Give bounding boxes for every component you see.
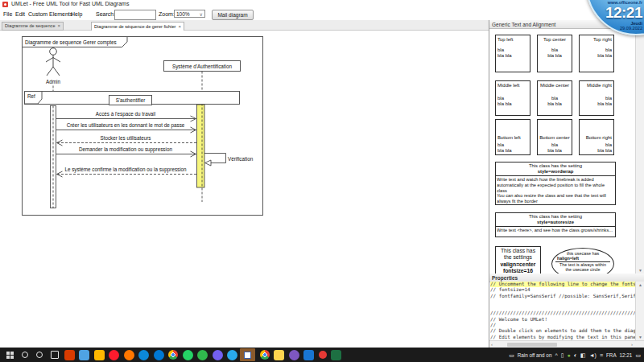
palette-item-text: bla bla xyxy=(497,101,528,106)
ref-fragment[interactable]: Ref S'authentifier xyxy=(25,92,240,105)
task-view-icon[interactable] xyxy=(49,350,60,360)
file-explorer-icon[interactable] xyxy=(94,350,105,360)
opera-icon[interactable] xyxy=(109,350,119,360)
properties-scrollbar[interactable]: ▲ ▼ xyxy=(635,282,644,340)
message-label: Le système confirme la modification ou l… xyxy=(64,167,187,173)
message-4[interactable]: Demander la modification ou suppression xyxy=(56,146,196,157)
self-message-verification[interactable]: Vérification xyxy=(204,154,254,167)
excel-icon[interactable] xyxy=(331,350,341,360)
desktop-clock-text: www.officeone.fr 12:21 Jeudi 29.09.2022 xyxy=(583,0,642,31)
opera-2-icon[interactable] xyxy=(319,351,327,359)
system-auth-box[interactable]: Système d'Authentification xyxy=(164,61,241,72)
palette-item-title: Middle center xyxy=(539,83,570,88)
palette-item-usecase[interactable]: this usecase has halign=left The text is… xyxy=(551,248,614,274)
ref-inner-label: S'authentifier xyxy=(116,97,146,103)
battery-icon[interactable]: ▯ xyxy=(561,352,564,358)
palette-item-bottom-right[interactable]: Bottom right bla bla bla xyxy=(579,119,614,155)
palette-item-top-left[interactable]: Top left bla bla bla xyxy=(495,35,530,72)
search-input[interactable] xyxy=(114,10,156,20)
palette-item-middle-right[interactable]: Middle right bla bla bla xyxy=(579,80,614,116)
palette-item-bottom-left[interactable]: Bottom left bla bla bla xyxy=(495,119,530,155)
message-5-return[interactable]: Le système confirme la modification ou l… xyxy=(57,167,197,177)
store-icon[interactable] xyxy=(289,350,299,360)
telegram-icon[interactable] xyxy=(227,350,237,360)
speaker-icon[interactable]: ◄) xyxy=(589,352,597,358)
actor-admin[interactable]: Admin xyxy=(46,48,60,84)
scroll-right-icon[interactable]: › xyxy=(631,342,633,347)
valign-text: the settings xyxy=(496,254,540,261)
properties-line: // fontfamily=SansSerif //possible: Sans… xyxy=(490,294,635,299)
palette-item-text: bla xyxy=(497,47,528,52)
mail-diagram-button[interactable]: Mail diagram xyxy=(212,10,254,20)
message-1[interactable]: Accès à l'espace du travail xyxy=(56,111,196,121)
scroll-left-icon[interactable]: ‹ xyxy=(491,342,493,347)
action-center-icon[interactable]: ▭ xyxy=(635,352,641,358)
weather-text[interactable]: Rain off and on xyxy=(518,352,552,358)
properties-h-scrollbar[interactable]: ‹ › xyxy=(489,340,644,348)
properties-line: // Uncomment the following line to chang… xyxy=(490,282,635,287)
palette-scrollbar[interactable]: ▲ ▼ xyxy=(635,29,644,274)
scroll-up-icon[interactable]: ▲ xyxy=(636,282,644,287)
scroll-down-icon[interactable]: ▼ xyxy=(636,335,644,339)
sticky-notes-icon[interactable] xyxy=(274,350,284,360)
scroll-down-icon[interactable]: ▼ xyxy=(636,268,644,273)
network-icon[interactable]: ≡ xyxy=(600,352,603,358)
palette-item-title: Top center xyxy=(539,37,570,42)
valign-setting: valign=center xyxy=(496,261,540,268)
edge-icon[interactable] xyxy=(138,350,149,360)
clock-date: 29.09.2022 xyxy=(583,26,642,31)
palette-item-title: Bottom right xyxy=(581,135,612,140)
palette-item-text: bla xyxy=(539,142,570,147)
diagram-canvas[interactable]: Diagramme de sequence Gerer comptes Admi… xyxy=(0,31,489,348)
palette-item-text: bla bla xyxy=(581,53,612,58)
tray-expand-icon[interactable]: ^ xyxy=(555,352,557,358)
palette-item-valign[interactable]: This class has the settings valign=cente… xyxy=(495,246,541,274)
clock-time[interactable]: 12:21 xyxy=(620,352,633,358)
palette-item-middle-left[interactable]: Middle left bla bla bla xyxy=(495,80,530,116)
menu-file[interactable]: File xyxy=(3,11,12,17)
weather-icon[interactable]: ▭ xyxy=(509,352,514,358)
palette-item-middle-center[interactable]: Middle center bla bla bla xyxy=(537,80,572,116)
properties-line: // fontsize=14 xyxy=(490,287,635,293)
word-icon[interactable] xyxy=(303,350,314,360)
search-icon[interactable] xyxy=(19,350,30,360)
menu-custom-elements[interactable]: Custom Elements xyxy=(28,11,72,17)
lock-icon[interactable]: ◧ xyxy=(580,352,586,358)
phone-icon[interactable] xyxy=(197,350,208,360)
screen: { "window": { "title": "UMLet - Free UML… xyxy=(0,0,644,362)
tab-diagramme-gerer-fichier[interactable]: Diagramme de séquence de gerer fichier × xyxy=(91,22,184,31)
cortana-icon[interactable] xyxy=(35,350,45,360)
mail-icon[interactable] xyxy=(79,350,89,360)
menu-help[interactable]: Help xyxy=(71,11,82,17)
properties-editor[interactable]: // Uncomment the following line to chang… xyxy=(490,282,635,340)
message-2[interactable]: Créer les utilisateurs en les donnant le… xyxy=(56,122,196,133)
palette-item-top-center[interactable]: Top center bla bla bla xyxy=(537,35,572,72)
office-icon[interactable] xyxy=(64,350,75,360)
palette-item-text: bla bla xyxy=(539,148,570,153)
close-icon[interactable]: × xyxy=(58,23,61,28)
scrollbar-thumb[interactable] xyxy=(507,343,557,348)
settings-icon[interactable]: ◐ xyxy=(574,352,577,358)
tab-diagramme-de-sequence[interactable]: Diagramme de sequence × xyxy=(2,22,64,31)
palette-item-top-right[interactable]: Top right bla bla bla xyxy=(579,35,614,72)
palette-item-text: bla bla xyxy=(539,53,570,58)
autoresize-title: This class has the setting xyxy=(529,214,582,219)
start-button[interactable] xyxy=(5,350,15,360)
chrome-icon[interactable] xyxy=(168,350,178,360)
close-icon[interactable]: × xyxy=(178,24,181,29)
message-3-return[interactable]: Stocker les utilisateurs xyxy=(57,135,197,146)
viber-icon[interactable] xyxy=(213,350,223,360)
vlc-icon[interactable] xyxy=(124,350,134,360)
umlet-taskbar-active[interactable] xyxy=(240,348,255,361)
skype-icon[interactable] xyxy=(154,350,164,360)
system-activation-bar[interactable] xyxy=(197,105,205,187)
zoom-select[interactable]: 100% ∨ xyxy=(174,10,205,18)
language-indicator[interactable]: FRA xyxy=(606,352,617,358)
palette-item-wordwrap[interactable]: This class has the setting style=wordwra… xyxy=(495,162,616,205)
chrome-2-icon[interactable] xyxy=(260,350,270,360)
palette-item-bottom-center[interactable]: Bottom center bla bla bla xyxy=(537,119,572,155)
update-icon[interactable]: ● xyxy=(568,352,571,358)
whatsapp-icon[interactable] xyxy=(183,350,193,360)
palette-item-autoresize[interactable]: This class has the setting style=autores… xyxy=(495,212,616,237)
menu-edit[interactable]: Edit xyxy=(15,11,25,17)
